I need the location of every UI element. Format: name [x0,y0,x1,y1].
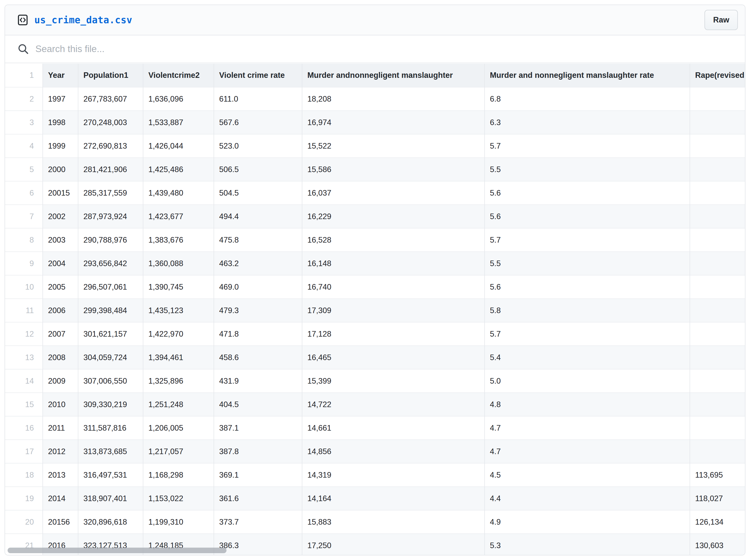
line-number: 5 [5,158,43,181]
line-number: 11 [5,299,43,322]
table-cell: 16,037 [302,181,485,205]
table-cell: 2002 [43,205,78,228]
file-name-link[interactable]: us_crime_data.csv [34,15,132,25]
table-cell: 5.4 [485,346,690,369]
table-cell: 313,873,685 [78,440,143,463]
table-cell: 4.7 [485,416,690,440]
table-cell: 15,883 [302,510,485,534]
table-cell: 5.7 [485,228,690,252]
table-cell: 293,656,842 [78,252,143,275]
table-cell: 1,533,887 [143,111,214,134]
table-row: 182013316,497,5311,168,298369.114,3194.5… [5,463,745,487]
table-cell [690,393,745,416]
table-cell: 1,153,022 [143,487,214,510]
table-cell: 1,394,461 [143,346,214,369]
table-row: 192014318,907,4011,153,022361.614,1644.4… [5,487,745,510]
header-row: 1YearPopulation1Violentcrime2Violent cri… [5,64,745,87]
table-cell: 479.3 [214,299,302,322]
column-header: Year [43,64,78,87]
table-cell: 475.8 [214,228,302,252]
table-cell: 304,059,724 [78,346,143,369]
table-row: 82003290,788,9761,383,676475.816,5285.7 [5,228,745,252]
line-number: 1 [5,64,43,87]
table-row: 102005296,507,0611,390,745469.016,7405.6 [5,275,745,299]
table-cell: 16,740 [302,275,485,299]
file-header-bar: us_crime_data.csv Raw [5,5,745,35]
table-cell: 16,148 [302,252,485,275]
table-row: 112006299,398,4841,435,123479.317,3095.8 [5,299,745,322]
table-cell: 2014 [43,487,78,510]
table-cell: 307,006,550 [78,369,143,393]
table-cell: 504.5 [214,181,302,205]
table-cell: 1,435,123 [143,299,214,322]
table-cell [690,440,745,463]
table-cell: 2008 [43,346,78,369]
table-cell [690,322,745,346]
table-cell: 16,465 [302,346,485,369]
table-row: 142009307,006,5501,325,896431.915,3995.0 [5,369,745,393]
table-cell: 272,690,813 [78,134,143,158]
table-cell: 126,134 [690,510,745,534]
table-cell: 281,421,906 [78,158,143,181]
table-cell: 611.0 [214,87,302,111]
table-cell: 404.5 [214,393,302,416]
table-cell: 270,248,003 [78,111,143,134]
column-header: Population1 [78,64,143,87]
table-cell: 20015 [43,181,78,205]
table-cell: 15,399 [302,369,485,393]
search-icon [18,43,29,55]
table-cell: 2006 [43,299,78,322]
table-cell [690,205,745,228]
table-row: 132008304,059,7241,394,461458.616,4655.4 [5,346,745,369]
table-cell [690,369,745,393]
table-row: 152010309,330,2191,251,248404.514,7224.8 [5,393,745,416]
line-number: 14 [5,369,43,393]
table-cell: 1,390,745 [143,275,214,299]
search-input[interactable] [35,43,732,55]
table-cell [690,158,745,181]
table-cell: 15,522 [302,134,485,158]
table-cell: 5.0 [485,369,690,393]
line-number: 12 [5,322,43,346]
table-cell: 1,439,480 [143,181,214,205]
raw-button[interactable]: Raw [705,10,738,30]
table-row: 620015285,317,5591,439,480504.516,0375.6 [5,181,745,205]
table-cell: 320,896,618 [78,510,143,534]
line-number: 6 [5,181,43,205]
table-cell: 1,168,298 [143,463,214,487]
table-cell [690,134,745,158]
table-cell: 6.3 [485,111,690,134]
table-cell: 16,528 [302,228,485,252]
table-cell [690,181,745,205]
table-row: 172012313,873,6851,217,057387.814,8564.7 [5,440,745,463]
scrollbar-thumb[interactable] [7,547,226,553]
table-cell: 1,206,005 [143,416,214,440]
table-cell: 1,423,677 [143,205,214,228]
table-row: 122007301,621,1571,422,970471.817,1285.7 [5,322,745,346]
table-cell [690,346,745,369]
line-number: 16 [5,416,43,440]
table-cell: 2003 [43,228,78,252]
table-cell [690,299,745,322]
table-cell: 523.0 [214,134,302,158]
csv-table: 1YearPopulation1Violentcrime2Violent cri… [5,64,745,555]
table-cell: 1,422,970 [143,322,214,346]
table-cell: 1997 [43,87,78,111]
table-cell: 1,251,248 [143,393,214,416]
table-row: 31998270,248,0031,533,887567.616,9746.3 [5,111,745,134]
column-header: Violent crime rate [214,64,302,87]
table-cell: 2011 [43,416,78,440]
table-cell: 5.5 [485,252,690,275]
table-cell: 1,426,044 [143,134,214,158]
table-cell: 567.6 [214,111,302,134]
column-header: Murder and nonnegligent manslaughter rat… [485,64,690,87]
table-cell: 1,383,676 [143,228,214,252]
table-cell: 2012 [43,440,78,463]
horizontal-scrollbar[interactable] [5,546,745,555]
table-cell: 15,586 [302,158,485,181]
line-number: 2 [5,87,43,111]
csv-table-container: 1YearPopulation1Violentcrime2Violent cri… [5,64,745,555]
table-cell: 361.6 [214,487,302,510]
file-viewer-card: us_crime_data.csv Raw 1YearPopulation1Vi… [4,4,746,556]
column-header: Rape(revised [690,64,745,87]
